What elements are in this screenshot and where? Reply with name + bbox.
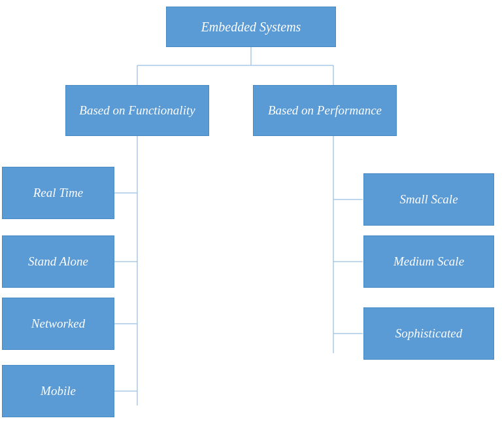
mobile-node: Mobile <box>2 365 114 417</box>
sophisticated-node: Sophisticated <box>363 307 494 360</box>
root-node: Embedded Systems <box>166 7 336 47</box>
realtime-node: Real Time <box>2 167 114 219</box>
mediumscale-node: Medium Scale <box>363 235 494 288</box>
smallscale-node: Small Scale <box>363 173 494 226</box>
standalone-node: Stand Alone <box>2 235 114 288</box>
functionality-node: Based on Functionality <box>65 85 209 136</box>
performance-node: Based on Performance <box>253 85 397 136</box>
networked-node: Networked <box>2 298 114 350</box>
diagram: Embedded Systems Based on Functionality … <box>0 0 502 448</box>
